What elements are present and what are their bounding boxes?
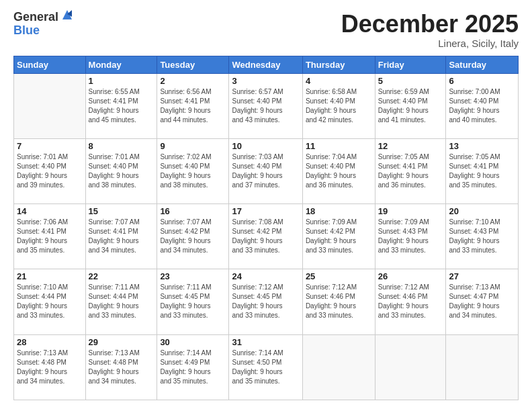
calendar-week-row: 14Sunrise: 7:06 AMSunset: 4:41 PMDayligh… <box>14 204 519 269</box>
day-info: Sunrise: 7:11 AMSunset: 4:44 PMDaylight:… <box>89 283 154 320</box>
logo: General Blue <box>13 11 75 38</box>
day-info: Sunrise: 7:12 AMSunset: 4:45 PMDaylight:… <box>232 283 299 320</box>
day-number: 16 <box>160 206 226 216</box>
day-number: 30 <box>160 337 226 347</box>
day-number: 17 <box>232 206 299 216</box>
day-info: Sunrise: 7:02 AMSunset: 4:40 PMDaylight:… <box>160 152 226 190</box>
day-info: Sunrise: 6:59 AMSunset: 4:40 PMDaylight:… <box>378 87 443 125</box>
calendar-day-cell: 21Sunrise: 7:10 AMSunset: 4:44 PMDayligh… <box>14 269 86 334</box>
header: General Blue December 2025 Linera, Sicil… <box>13 11 519 49</box>
calendar-day-cell: 17Sunrise: 7:08 AMSunset: 4:42 PMDayligh… <box>229 204 302 269</box>
day-number: 29 <box>89 337 154 347</box>
day-info: Sunrise: 7:05 AMSunset: 4:41 PMDaylight:… <box>449 152 515 190</box>
day-number: 1 <box>89 76 154 86</box>
day-number: 5 <box>378 76 443 86</box>
day-number: 10 <box>232 141 299 151</box>
day-number: 31 <box>232 337 299 347</box>
day-number: 12 <box>378 141 443 151</box>
calendar-day-cell: 24Sunrise: 7:12 AMSunset: 4:45 PMDayligh… <box>229 269 302 334</box>
day-number: 6 <box>449 76 515 86</box>
day-info: Sunrise: 6:57 AMSunset: 4:40 PMDaylight:… <box>232 87 299 125</box>
day-info: Sunrise: 6:55 AMSunset: 4:41 PMDaylight:… <box>89 87 154 125</box>
day-info: Sunrise: 7:12 AMSunset: 4:46 PMDaylight:… <box>306 283 372 320</box>
day-number: 20 <box>449 206 515 216</box>
calendar-week-row: 1Sunrise: 6:55 AMSunset: 4:41 PMDaylight… <box>14 73 519 138</box>
day-info: Sunrise: 6:56 AMSunset: 4:41 PMDaylight:… <box>160 87 226 125</box>
day-number: 19 <box>378 206 443 216</box>
calendar-day-cell: 12Sunrise: 7:05 AMSunset: 4:41 PMDayligh… <box>375 138 446 203</box>
day-info: Sunrise: 7:06 AMSunset: 4:41 PMDaylight:… <box>17 218 83 255</box>
calendar-day-cell: 19Sunrise: 7:09 AMSunset: 4:43 PMDayligh… <box>375 204 446 269</box>
day-number: 15 <box>89 206 154 216</box>
day-info: Sunrise: 7:13 AMSunset: 4:48 PMDaylight:… <box>89 349 154 386</box>
day-info: Sunrise: 7:14 AMSunset: 4:50 PMDaylight:… <box>232 349 299 386</box>
day-number: 13 <box>449 141 515 151</box>
day-number: 24 <box>232 271 299 281</box>
calendar-day-cell: 5Sunrise: 6:59 AMSunset: 4:40 PMDaylight… <box>375 73 446 138</box>
day-number: 11 <box>306 141 372 151</box>
weekday-header: Thursday <box>302 56 375 73</box>
calendar-day-cell: 20Sunrise: 7:10 AMSunset: 4:43 PMDayligh… <box>446 204 519 269</box>
logo-general: General <box>13 11 58 24</box>
calendar-day-cell <box>375 334 446 400</box>
calendar-table: SundayMondayTuesdayWednesdayThursdayFrid… <box>13 56 519 400</box>
day-info: Sunrise: 7:07 AMSunset: 4:42 PMDaylight:… <box>160 218 226 255</box>
day-number: 2 <box>160 76 226 86</box>
calendar-day-cell: 1Sunrise: 6:55 AMSunset: 4:41 PMDaylight… <box>85 73 157 138</box>
day-info: Sunrise: 7:11 AMSunset: 4:45 PMDaylight:… <box>160 283 226 320</box>
title-block: December 2025 Linera, Sicily, Italy <box>341 11 519 49</box>
weekday-header: Monday <box>85 56 157 73</box>
calendar-day-cell: 23Sunrise: 7:11 AMSunset: 4:45 PMDayligh… <box>157 269 229 334</box>
calendar-day-cell: 27Sunrise: 7:13 AMSunset: 4:47 PMDayligh… <box>446 269 519 334</box>
calendar-day-cell: 25Sunrise: 7:12 AMSunset: 4:46 PMDayligh… <box>302 269 375 334</box>
calendar-day-cell: 3Sunrise: 6:57 AMSunset: 4:40 PMDaylight… <box>229 73 302 138</box>
calendar-day-cell: 8Sunrise: 7:01 AMSunset: 4:40 PMDaylight… <box>85 138 157 203</box>
calendar-day-cell: 14Sunrise: 7:06 AMSunset: 4:41 PMDayligh… <box>14 204 86 269</box>
day-number: 23 <box>160 271 226 281</box>
logo-blue: Blue <box>13 24 75 38</box>
calendar-day-cell: 16Sunrise: 7:07 AMSunset: 4:42 PMDayligh… <box>157 204 229 269</box>
day-number: 21 <box>17 271 83 281</box>
day-number: 18 <box>306 206 372 216</box>
location: Linera, Sicily, Italy <box>341 38 519 49</box>
day-info: Sunrise: 7:10 AMSunset: 4:43 PMDaylight:… <box>449 218 515 255</box>
day-number: 4 <box>306 76 372 86</box>
day-info: Sunrise: 7:08 AMSunset: 4:42 PMDaylight:… <box>232 218 299 255</box>
day-number: 3 <box>232 76 299 86</box>
calendar-day-cell <box>302 334 375 400</box>
day-info: Sunrise: 7:04 AMSunset: 4:40 PMDaylight:… <box>306 152 372 190</box>
calendar-week-row: 7Sunrise: 7:01 AMSunset: 4:40 PMDaylight… <box>14 138 519 203</box>
day-info: Sunrise: 7:00 AMSunset: 4:40 PMDaylight:… <box>449 87 515 125</box>
day-number: 7 <box>17 141 83 151</box>
day-info: Sunrise: 7:09 AMSunset: 4:43 PMDaylight:… <box>378 218 443 255</box>
weekday-header: Wednesday <box>229 56 302 73</box>
day-number: 9 <box>160 141 226 151</box>
logo-text: General Blue <box>13 11 75 38</box>
calendar-day-cell: 7Sunrise: 7:01 AMSunset: 4:40 PMDaylight… <box>14 138 86 203</box>
day-info: Sunrise: 6:58 AMSunset: 4:40 PMDaylight:… <box>306 87 372 125</box>
calendar-day-cell: 6Sunrise: 7:00 AMSunset: 4:40 PMDaylight… <box>446 73 519 138</box>
calendar-day-cell: 9Sunrise: 7:02 AMSunset: 4:40 PMDaylight… <box>157 138 229 203</box>
calendar-day-cell: 29Sunrise: 7:13 AMSunset: 4:48 PMDayligh… <box>85 334 157 400</box>
day-info: Sunrise: 7:01 AMSunset: 4:40 PMDaylight:… <box>89 152 154 190</box>
calendar-week-row: 21Sunrise: 7:10 AMSunset: 4:44 PMDayligh… <box>14 269 519 334</box>
weekday-header: Saturday <box>446 56 519 73</box>
calendar-day-cell: 22Sunrise: 7:11 AMSunset: 4:44 PMDayligh… <box>85 269 157 334</box>
weekday-header: Friday <box>375 56 446 73</box>
calendar-day-cell <box>14 73 86 138</box>
calendar-day-cell: 11Sunrise: 7:04 AMSunset: 4:40 PMDayligh… <box>302 138 375 203</box>
calendar-day-cell: 10Sunrise: 7:03 AMSunset: 4:40 PMDayligh… <box>229 138 302 203</box>
calendar-day-cell: 30Sunrise: 7:14 AMSunset: 4:49 PMDayligh… <box>157 334 229 400</box>
page: General Blue December 2025 Linera, Sicil… <box>0 0 532 411</box>
day-info: Sunrise: 7:09 AMSunset: 4:42 PMDaylight:… <box>306 218 372 255</box>
logo-icon <box>60 7 75 22</box>
weekday-header: Tuesday <box>157 56 229 73</box>
calendar-week-row: 28Sunrise: 7:13 AMSunset: 4:48 PMDayligh… <box>14 334 519 400</box>
day-info: Sunrise: 7:10 AMSunset: 4:44 PMDaylight:… <box>17 283 83 320</box>
day-number: 8 <box>89 141 154 151</box>
calendar-day-cell: 26Sunrise: 7:12 AMSunset: 4:46 PMDayligh… <box>375 269 446 334</box>
calendar-day-cell: 4Sunrise: 6:58 AMSunset: 4:40 PMDaylight… <box>302 73 375 138</box>
month-title: December 2025 <box>341 11 519 38</box>
day-info: Sunrise: 7:13 AMSunset: 4:47 PMDaylight:… <box>449 283 515 320</box>
day-number: 27 <box>449 271 515 281</box>
